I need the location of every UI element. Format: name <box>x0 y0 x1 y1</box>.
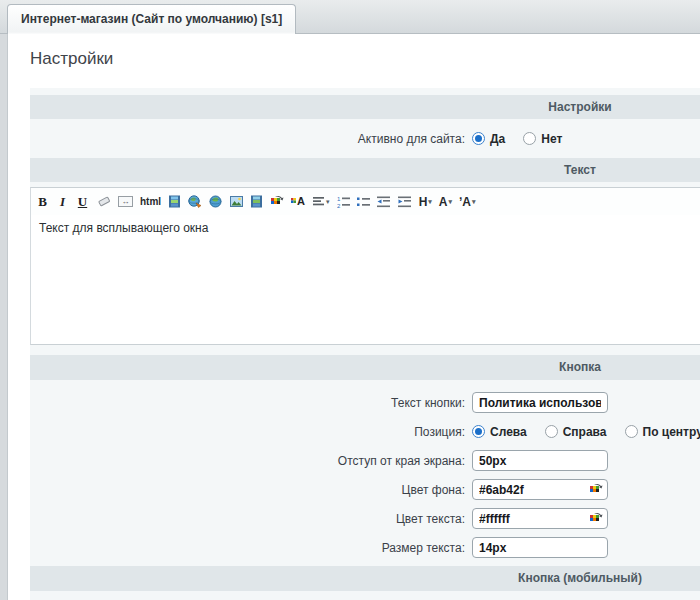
html-icon[interactable]: html <box>140 194 161 210</box>
link-icon[interactable] <box>188 194 202 210</box>
row-bg-color: Цвет фона: <box>30 475 700 504</box>
italic-icon[interactable]: I <box>56 194 69 210</box>
font-color-icon[interactable]: A <box>291 194 306 210</box>
position-option-right[interactable]: Справа <box>545 425 607 439</box>
editor-content[interactable]: Текст для всплывающего окна <box>31 215 700 346</box>
row-active-for-site: Активно для сайта: Да Нет <box>30 119 700 158</box>
underline-icon[interactable]: U <box>76 194 89 210</box>
tab-label: Интернет-магазин (Сайт по умолчанию) [s1… <box>21 12 282 26</box>
radio-left-label: Слева <box>490 425 527 439</box>
page-title: Настройки <box>30 49 700 69</box>
snippet-icon[interactable] <box>168 194 181 210</box>
color-picker-icon[interactable] <box>589 483 603 499</box>
heading-icon[interactable]: H▾ <box>419 194 432 210</box>
tab-site-default[interactable]: Интернет-магазин (Сайт по умолчанию) [s1… <box>7 4 296 34</box>
svg-text:A: A <box>297 195 305 207</box>
radio-no-label: Нет <box>541 132 562 146</box>
button-text-input[interactable] <box>472 392 608 413</box>
copy-format-icon[interactable] <box>270 194 284 210</box>
position-label: Позиция: <box>30 425 465 439</box>
outdent-icon[interactable] <box>377 194 391 210</box>
ordered-list-icon[interactable]: 12 <box>337 194 350 210</box>
text-size-label: Размер текста: <box>30 541 465 555</box>
margin-input[interactable] <box>472 450 608 471</box>
settings-form: Настройки Активно для сайта: Да Нет Текс… <box>30 88 700 600</box>
row-position: Позиция: Слева Справа По центру <box>30 417 700 446</box>
position-option-center[interactable]: По центру <box>625 425 700 439</box>
anchor-icon[interactable] <box>209 194 223 210</box>
radio-right-label: Справа <box>563 425 607 439</box>
section-header-settings: Настройки <box>30 95 700 119</box>
editor-toolbar: B I U ↔ html <box>31 188 700 215</box>
row-text-color: Цвет текста: <box>30 504 700 533</box>
text-size-input[interactable] <box>472 537 608 558</box>
video-icon[interactable] <box>250 194 263 210</box>
margin-label: Отступ от края экрана: <box>30 454 465 468</box>
active-option-no[interactable]: Нет <box>523 132 562 146</box>
section-header-button: Кнопка <box>30 355 700 380</box>
svg-text:2: 2 <box>337 202 341 208</box>
image-icon[interactable] <box>230 194 243 210</box>
radio-right[interactable] <box>545 425 558 438</box>
eraser-icon[interactable] <box>96 194 111 210</box>
content-panel: Настройки Настройки Активно для сайта: Д… <box>7 34 700 600</box>
radio-left[interactable] <box>472 425 485 438</box>
radio-center[interactable] <box>625 425 638 438</box>
radio-no[interactable] <box>523 132 536 145</box>
active-option-yes[interactable]: Да <box>472 132 505 146</box>
bg-color-input[interactable] <box>472 479 608 500</box>
active-radio-group: Да Нет <box>472 132 580 146</box>
bold-icon[interactable]: B <box>36 194 49 210</box>
position-radio-group: Слева Справа По центру <box>472 425 700 439</box>
tab-bar: Интернет-магазин (Сайт по умолчанию) [s1… <box>0 0 700 34</box>
unordered-list-icon[interactable] <box>357 194 370 210</box>
rich-text-editor: B I U ↔ html <box>30 187 700 345</box>
source-icon[interactable]: ↔ <box>118 194 133 210</box>
position-option-left[interactable]: Слева <box>472 425 527 439</box>
text-color-input[interactable] <box>472 508 608 529</box>
svg-text:1: 1 <box>337 196 341 202</box>
row-text-size: Размер текста: <box>30 533 700 562</box>
row-button-text: Текст кнопки: <box>30 388 700 417</box>
radio-center-label: По центру <box>643 425 700 439</box>
font-size-icon[interactable]: A▾ <box>439 194 452 210</box>
color-picker-icon[interactable] <box>589 512 603 528</box>
text-color-label: Цвет текста: <box>30 512 465 526</box>
font-family-icon[interactable]: ʼA▾ <box>459 194 476 210</box>
button-text-label: Текст кнопки: <box>30 396 465 410</box>
section-header-text: Текст <box>30 158 700 182</box>
indent-icon[interactable] <box>398 194 412 210</box>
align-icon[interactable]: ▾ <box>313 194 330 210</box>
bg-color-label: Цвет фона: <box>30 483 465 497</box>
section-header-button-mobile: Кнопка (мобильный) <box>30 566 700 591</box>
active-label: Активно для сайта: <box>30 132 465 146</box>
radio-yes-label: Да <box>490 132 505 146</box>
row-margin: Отступ от края экрана: <box>30 446 700 475</box>
radio-yes[interactable] <box>472 132 485 145</box>
